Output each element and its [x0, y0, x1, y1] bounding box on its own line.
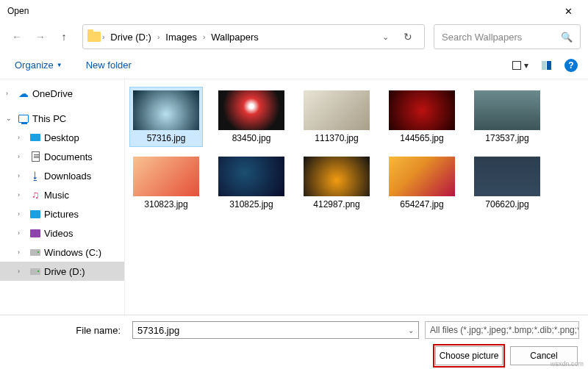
titlebar: Open ✕ — [0, 0, 588, 22]
file-area[interactable]: 57316.jpg83450.jpg111370.jpg144565.jpg17… — [125, 79, 588, 315]
new-folder-button[interactable]: New folder — [82, 57, 136, 74]
file-item[interactable]: 144565.jpg — [385, 87, 459, 147]
thumbnail — [133, 157, 199, 196]
chevron-right-icon: › — [18, 191, 26, 198]
view-mode-button[interactable]: ▾ — [512, 60, 528, 71]
breadcrumb-item[interactable]: Wallpapers — [205, 32, 265, 43]
search-icon: 🔍 — [561, 32, 573, 43]
file-name: 57316.jpg — [147, 133, 186, 143]
organize-menu[interactable]: Organize ▼ — [10, 57, 67, 74]
file-name: 173537.jpg — [485, 133, 528, 143]
up-button[interactable]: ↑ — [54, 27, 74, 46]
videos-icon — [29, 227, 41, 239]
toolbar: Organize ▼ New folder ▾ ? — [0, 51, 588, 79]
thumbnail — [304, 157, 370, 196]
chevron-right-icon: › — [18, 172, 26, 179]
file-item[interactable]: 173537.jpg — [470, 87, 544, 147]
forward-button[interactable]: → — [31, 27, 50, 46]
file-name: 706620.jpg — [485, 199, 528, 209]
help-button[interactable]: ? — [564, 59, 578, 72]
thumbnail — [389, 90, 455, 130]
chevron-right-icon: › — [18, 248, 26, 256]
address-dropdown[interactable]: ⌄ — [375, 32, 396, 42]
bottom-bar: File name: 57316.jpg ⌄ All files (*.jpg;… — [0, 315, 588, 369]
file-item[interactable]: 310825.jpg — [215, 153, 288, 213]
sidebar-item-desktop[interactable]: › Desktop — [0, 128, 124, 147]
file-item[interactable]: 706620.jpg — [470, 153, 544, 213]
thumbnail — [218, 157, 284, 196]
document-icon — [29, 151, 41, 162]
pc-icon — [18, 112, 29, 124]
thumbnail — [474, 90, 540, 130]
chevron-down-icon: ⌄ — [6, 115, 15, 122]
chevron-right-icon: › — [18, 134, 26, 141]
music-icon: ♫ — [29, 189, 41, 201]
file-name: 111370.jpg — [315, 133, 358, 143]
chevron-right-icon: › — [18, 268, 26, 275]
file-name: 83450.jpg — [232, 133, 271, 143]
chevron-right-icon: › — [18, 229, 26, 237]
file-name: 310823.jpg — [144, 199, 187, 209]
view-icon — [512, 61, 521, 70]
chevron-right-icon: › — [6, 90, 15, 97]
sidebar-item-documents[interactable]: › Documents — [0, 147, 124, 166]
breadcrumb-item[interactable]: Images — [159, 32, 203, 43]
cloud-icon: ☁ — [18, 87, 29, 99]
sidebar-item-downloads[interactable]: › ⭳ Downloads — [0, 166, 124, 185]
sidebar-item-music[interactable]: › ♫ Music — [0, 185, 124, 204]
drive-icon — [29, 265, 41, 277]
chevron-down-icon: ▾ — [524, 60, 528, 71]
filename-label: File name: — [9, 325, 126, 336]
sidebar-item-thispc[interactable]: ⌄ This PC — [0, 109, 124, 128]
watermark: wsxdn.com — [551, 360, 584, 368]
file-item[interactable]: 57316.jpg — [129, 87, 203, 147]
filename-input[interactable]: 57316.jpg ⌄ — [132, 321, 419, 339]
back-button[interactable]: ← — [7, 27, 26, 46]
window-title: Open — [7, 6, 551, 16]
file-item[interactable]: 83450.jpg — [215, 87, 288, 147]
file-item[interactable]: 654247.jpg — [385, 153, 459, 213]
choose-picture-button[interactable]: Choose picture — [435, 346, 503, 365]
file-name: 654247.jpg — [400, 199, 443, 209]
address-bar[interactable]: › Drive (D:) › Images › Wallpapers ⌄ ↻ — [82, 24, 425, 49]
file-name: 310825.jpg — [229, 199, 273, 209]
drive-icon — [29, 246, 41, 258]
breadcrumb-item[interactable]: Drive (D:) — [104, 32, 157, 43]
chevron-down-icon: ▼ — [57, 62, 62, 68]
file-item[interactable]: 111370.jpg — [300, 87, 373, 147]
preview-pane-button[interactable] — [542, 61, 551, 70]
desktop-icon — [29, 132, 41, 143]
chevron-right-icon: › — [18, 153, 26, 160]
search-input[interactable]: Search Wallpapers 🔍 — [434, 24, 581, 49]
thumbnail — [133, 90, 199, 130]
sidebar-item-drive-d[interactable]: › Drive (D:) — [0, 262, 124, 281]
sidebar-item-videos[interactable]: › Videos — [0, 223, 124, 243]
sidebar: › ☁ OneDrive ⌄ This PC › Desktop › Docum… — [0, 79, 125, 315]
chevron-down-icon[interactable]: ⌄ — [408, 326, 414, 334]
file-item[interactable]: 310823.jpg — [129, 153, 203, 213]
thumbnail — [389, 157, 455, 196]
file-name: 144565.jpg — [400, 133, 443, 143]
pictures-icon — [29, 208, 41, 220]
sidebar-item-onedrive[interactable]: › ☁ OneDrive — [0, 84, 124, 103]
nav-row: ← → ↑ › Drive (D:) › Images › Wallpapers… — [0, 22, 588, 51]
chevron-right-icon: › — [18, 210, 26, 218]
file-name: 412987.png — [313, 199, 359, 209]
close-button[interactable]: ✕ — [551, 0, 585, 22]
thumbnail — [474, 157, 540, 196]
search-placeholder: Search Wallpapers — [442, 32, 522, 43]
folder-icon — [87, 32, 101, 42]
refresh-button[interactable]: ↻ — [396, 31, 420, 43]
thumbnail — [218, 90, 284, 130]
body: › ☁ OneDrive ⌄ This PC › Desktop › Docum… — [0, 79, 588, 315]
thumbnail — [304, 90, 370, 130]
download-icon: ⭳ — [29, 170, 41, 182]
sidebar-item-pictures[interactable]: › Pictures — [0, 204, 124, 223]
file-type-filter[interactable]: All files (*.jpg;*.jpeg;*.bmp;*.dib;*.pn… — [425, 321, 579, 339]
sidebar-item-drive-c[interactable]: › Windows (C:) — [0, 243, 124, 262]
file-item[interactable]: 412987.png — [300, 153, 373, 213]
